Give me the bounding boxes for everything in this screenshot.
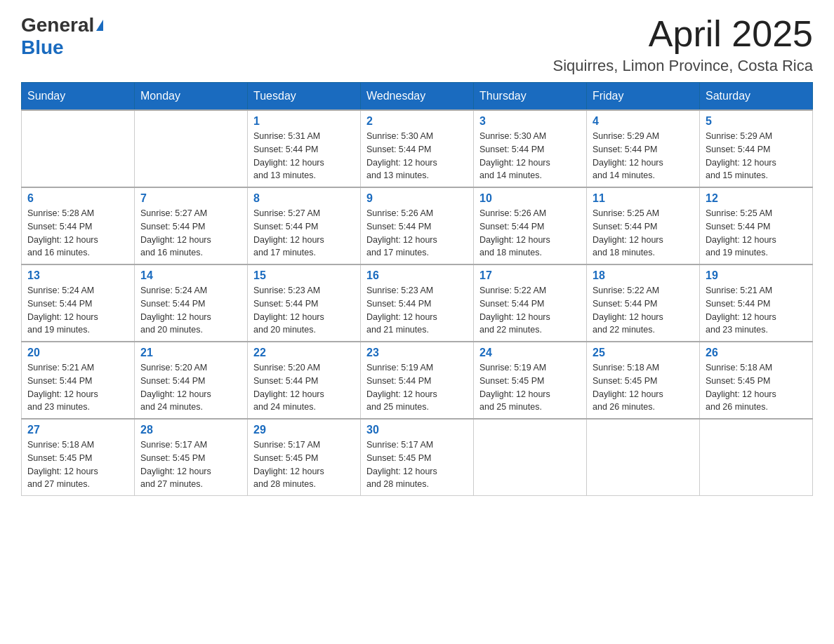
table-row: 4Sunrise: 5:29 AMSunset: 5:44 PMDaylight… [587, 110, 700, 187]
calendar-week-3: 13Sunrise: 5:24 AMSunset: 5:44 PMDayligh… [22, 264, 813, 342]
day-info: Sunrise: 5:26 AMSunset: 5:44 PMDaylight:… [479, 207, 581, 260]
day-number: 15 [253, 269, 355, 282]
table-row: 18Sunrise: 5:22 AMSunset: 5:44 PMDayligh… [587, 264, 700, 342]
day-info: Sunrise: 5:17 AMSunset: 5:45 PMDaylight:… [366, 438, 468, 491]
day-info: Sunrise: 5:23 AMSunset: 5:44 PMDaylight:… [253, 284, 355, 337]
header-wednesday: Wednesday [361, 83, 474, 111]
header-sunday: Sunday [22, 83, 135, 111]
table-row: 12Sunrise: 5:25 AMSunset: 5:44 PMDayligh… [700, 187, 813, 264]
title-block: April 2025 Siquirres, Limon Province, Co… [553, 14, 813, 75]
day-info: Sunrise: 5:18 AMSunset: 5:45 PMDaylight:… [593, 361, 694, 414]
day-info: Sunrise: 5:26 AMSunset: 5:44 PMDaylight:… [366, 207, 468, 260]
table-row: 11Sunrise: 5:25 AMSunset: 5:44 PMDayligh… [587, 187, 700, 264]
day-info: Sunrise: 5:24 AMSunset: 5:44 PMDaylight:… [140, 284, 241, 337]
header-friday: Friday [587, 83, 700, 111]
day-number: 28 [140, 424, 241, 436]
day-info: Sunrise: 5:25 AMSunset: 5:44 PMDaylight:… [593, 207, 694, 260]
month-title: April 2025 [553, 14, 813, 54]
day-number: 6 [27, 192, 128, 205]
day-info: Sunrise: 5:24 AMSunset: 5:44 PMDaylight:… [27, 284, 128, 337]
day-number: 18 [593, 269, 694, 282]
day-number: 10 [479, 192, 581, 205]
day-number: 21 [140, 347, 241, 359]
table-row: 19Sunrise: 5:21 AMSunset: 5:44 PMDayligh… [700, 264, 813, 342]
day-info: Sunrise: 5:21 AMSunset: 5:44 PMDaylight:… [27, 361, 128, 414]
table-row: 29Sunrise: 5:17 AMSunset: 5:45 PMDayligh… [248, 419, 361, 496]
table-row [22, 110, 135, 187]
header-thursday: Thursday [474, 83, 587, 111]
table-row: 3Sunrise: 5:30 AMSunset: 5:44 PMDaylight… [474, 110, 587, 187]
day-info: Sunrise: 5:21 AMSunset: 5:44 PMDaylight:… [706, 284, 807, 337]
day-number: 9 [366, 192, 468, 205]
day-number: 19 [706, 269, 807, 282]
day-number: 26 [706, 347, 807, 359]
calendar-table: Sunday Monday Tuesday Wednesday Thursday… [21, 82, 813, 496]
table-row: 10Sunrise: 5:26 AMSunset: 5:44 PMDayligh… [474, 187, 587, 264]
day-info: Sunrise: 5:19 AMSunset: 5:44 PMDaylight:… [366, 361, 468, 414]
calendar-week-4: 20Sunrise: 5:21 AMSunset: 5:44 PMDayligh… [22, 342, 813, 419]
calendar-week-1: 1Sunrise: 5:31 AMSunset: 5:44 PMDaylight… [22, 110, 813, 187]
day-info: Sunrise: 5:30 AMSunset: 5:44 PMDaylight:… [366, 130, 468, 182]
table-row: 30Sunrise: 5:17 AMSunset: 5:45 PMDayligh… [361, 419, 474, 496]
day-number: 11 [593, 192, 694, 205]
logo: GeneralBlue [21, 14, 103, 59]
table-row: 6Sunrise: 5:28 AMSunset: 5:44 PMDaylight… [22, 187, 135, 264]
table-row: 20Sunrise: 5:21 AMSunset: 5:44 PMDayligh… [22, 342, 135, 419]
day-number: 8 [253, 192, 355, 205]
table-row [135, 110, 248, 187]
table-row: 1Sunrise: 5:31 AMSunset: 5:44 PMDaylight… [248, 110, 361, 187]
day-info: Sunrise: 5:17 AMSunset: 5:45 PMDaylight:… [140, 438, 241, 491]
day-number: 22 [253, 347, 355, 359]
table-row: 21Sunrise: 5:20 AMSunset: 5:44 PMDayligh… [135, 342, 248, 419]
day-number: 16 [366, 269, 468, 282]
day-info: Sunrise: 5:22 AMSunset: 5:44 PMDaylight:… [479, 284, 581, 337]
table-row: 15Sunrise: 5:23 AMSunset: 5:44 PMDayligh… [248, 264, 361, 342]
day-number: 2 [366, 115, 468, 128]
day-info: Sunrise: 5:28 AMSunset: 5:44 PMDaylight:… [27, 207, 128, 260]
calendar-header-row: Sunday Monday Tuesday Wednesday Thursday… [22, 83, 813, 111]
day-number: 4 [593, 115, 694, 128]
table-row: 16Sunrise: 5:23 AMSunset: 5:44 PMDayligh… [361, 264, 474, 342]
day-number: 24 [479, 347, 581, 359]
day-number: 30 [366, 424, 468, 436]
table-row: 13Sunrise: 5:24 AMSunset: 5:44 PMDayligh… [22, 264, 135, 342]
day-info: Sunrise: 5:20 AMSunset: 5:44 PMDaylight:… [140, 361, 241, 414]
page-header: GeneralBlue April 2025 Siquirres, Limon … [21, 14, 813, 75]
table-row: 2Sunrise: 5:30 AMSunset: 5:44 PMDaylight… [361, 110, 474, 187]
day-number: 23 [366, 347, 468, 359]
table-row: 9Sunrise: 5:26 AMSunset: 5:44 PMDaylight… [361, 187, 474, 264]
day-info: Sunrise: 5:18 AMSunset: 5:45 PMDaylight:… [27, 438, 128, 491]
day-info: Sunrise: 5:27 AMSunset: 5:44 PMDaylight:… [253, 207, 355, 260]
table-row: 23Sunrise: 5:19 AMSunset: 5:44 PMDayligh… [361, 342, 474, 419]
day-info: Sunrise: 5:18 AMSunset: 5:45 PMDaylight:… [706, 361, 807, 414]
day-number: 12 [706, 192, 807, 205]
calendar-week-5: 27Sunrise: 5:18 AMSunset: 5:45 PMDayligh… [22, 419, 813, 496]
header-saturday: Saturday [700, 83, 813, 111]
table-row: 8Sunrise: 5:27 AMSunset: 5:44 PMDaylight… [248, 187, 361, 264]
table-row [474, 419, 587, 496]
table-row: 25Sunrise: 5:18 AMSunset: 5:45 PMDayligh… [587, 342, 700, 419]
day-number: 3 [479, 115, 581, 128]
day-number: 25 [593, 347, 694, 359]
day-number: 1 [253, 115, 355, 128]
table-row: 7Sunrise: 5:27 AMSunset: 5:44 PMDaylight… [135, 187, 248, 264]
day-info: Sunrise: 5:23 AMSunset: 5:44 PMDaylight:… [366, 284, 468, 337]
header-monday: Monday [135, 83, 248, 111]
header-tuesday: Tuesday [248, 83, 361, 111]
table-row: 22Sunrise: 5:20 AMSunset: 5:44 PMDayligh… [248, 342, 361, 419]
day-number: 13 [27, 269, 128, 282]
day-info: Sunrise: 5:27 AMSunset: 5:44 PMDaylight:… [140, 207, 241, 260]
day-number: 20 [27, 347, 128, 359]
table-row: 26Sunrise: 5:18 AMSunset: 5:45 PMDayligh… [700, 342, 813, 419]
day-number: 27 [27, 424, 128, 436]
table-row [700, 419, 813, 496]
day-info: Sunrise: 5:30 AMSunset: 5:44 PMDaylight:… [479, 130, 581, 182]
day-number: 14 [140, 269, 241, 282]
day-info: Sunrise: 5:31 AMSunset: 5:44 PMDaylight:… [253, 130, 355, 182]
day-number: 29 [253, 424, 355, 436]
day-number: 5 [706, 115, 807, 128]
table-row: 27Sunrise: 5:18 AMSunset: 5:45 PMDayligh… [22, 419, 135, 496]
day-info: Sunrise: 5:20 AMSunset: 5:44 PMDaylight:… [253, 361, 355, 414]
day-info: Sunrise: 5:19 AMSunset: 5:45 PMDaylight:… [479, 361, 581, 414]
table-row: 14Sunrise: 5:24 AMSunset: 5:44 PMDayligh… [135, 264, 248, 342]
